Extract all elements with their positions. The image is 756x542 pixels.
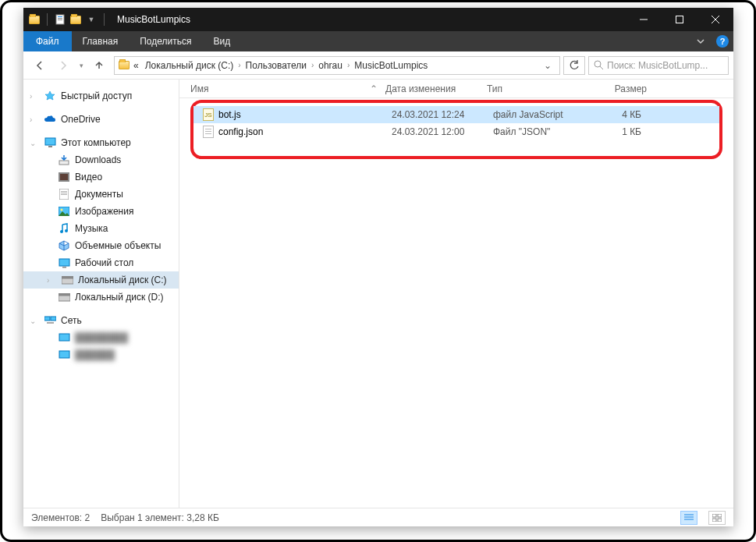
address-bar-row: ▾ « Локальный диск (C:) › Пользователи ›… — [23, 51, 733, 80]
nav-desktop[interactable]: Рабочий стол — [23, 254, 179, 271]
svg-rect-2 — [58, 18, 62, 19]
file-row[interactable]: JS bot.js 24.03.2021 12:24 файл JavaScri… — [193, 106, 719, 123]
columns-header: Имя⌃ Дата изменения Тип Размер — [179, 80, 733, 98]
qat-newfolder-icon[interactable] — [69, 13, 82, 26]
breadcrumb-item[interactable]: Пользователи — [243, 60, 310, 71]
svg-rect-31 — [59, 334, 69, 341]
column-type[interactable]: Тип — [487, 83, 580, 94]
view-details-button[interactable] — [680, 511, 697, 525]
folder-icon — [118, 59, 130, 72]
chevron-down-icon[interactable]: ⌄ — [30, 139, 39, 147]
file-tab[interactable]: Файл — [23, 31, 72, 51]
nav-pictures[interactable]: Изображения — [23, 203, 179, 220]
address-dropdown-icon[interactable]: ⌄ — [539, 60, 556, 71]
file-row[interactable]: config.json 24.03.2021 12:00 Файл "JSON"… — [193, 123, 719, 140]
svg-point-21 — [65, 229, 68, 232]
pc-icon — [58, 331, 70, 344]
titlebar: ▼ MusicBotLumpics — [23, 8, 733, 31]
nav-music[interactable]: Музыка — [23, 220, 179, 237]
pictures-icon — [58, 205, 70, 218]
svg-rect-38 — [712, 519, 716, 522]
view-tab[interactable]: Вид — [202, 31, 241, 51]
cube-icon — [58, 239, 70, 252]
ribbon-expand-icon[interactable] — [690, 31, 712, 51]
nav-network[interactable]: ⌄ Сеть — [23, 312, 179, 329]
chevron-right-icon[interactable]: › — [47, 276, 56, 285]
svg-rect-24 — [62, 278, 73, 284]
chevron-right-icon[interactable]: › — [30, 115, 39, 124]
svg-rect-14 — [60, 174, 68, 180]
chevron-right-icon[interactable]: › — [310, 61, 315, 69]
nav-quick-access[interactable]: › Быстрый доступ — [23, 87, 179, 105]
qat-dropdown-icon[interactable]: ▼ — [85, 13, 98, 26]
js-file-icon: JS — [201, 108, 215, 122]
column-name[interactable]: Имя⌃ — [190, 83, 385, 94]
star-icon — [44, 90, 56, 102]
svg-rect-28 — [44, 317, 50, 321]
chevron-right-icon[interactable]: › — [30, 92, 39, 101]
search-input[interactable]: Поиск: MusicBotLump... — [588, 56, 729, 75]
chevron-right-icon[interactable]: › — [236, 61, 242, 69]
file-type: файл JavaScript — [493, 109, 587, 120]
home-tab[interactable]: Главная — [72, 31, 130, 51]
file-date: 24.03.2021 12:00 — [392, 126, 493, 137]
breadcrumb-item[interactable]: ohrau — [315, 60, 346, 71]
svg-point-8 — [595, 61, 601, 67]
back-button[interactable] — [28, 54, 51, 77]
svg-rect-1 — [58, 16, 62, 17]
nav-this-pc[interactable]: ⌄ Этот компьютер — [23, 134, 179, 151]
column-size[interactable]: Размер — [580, 83, 647, 94]
address-bar[interactable]: « Локальный диск (C:) › Пользователи › o… — [114, 56, 560, 75]
nav-videos[interactable]: Видео — [23, 168, 179, 186]
separator — [47, 13, 48, 26]
desktop-icon — [58, 257, 70, 269]
help-button[interactable]: ? — [712, 31, 733, 51]
chevron-right-icon[interactable]: › — [346, 61, 351, 69]
nav-3d-objects[interactable]: Объемные объекты — [23, 237, 179, 254]
svg-rect-37 — [718, 514, 722, 517]
up-button[interactable] — [87, 54, 111, 77]
minimize-button[interactable] — [626, 8, 662, 31]
file-type: Файл "JSON" — [493, 126, 587, 137]
svg-rect-3 — [58, 19, 62, 20]
downloads-icon — [58, 154, 70, 166]
forward-button[interactable] — [51, 54, 75, 77]
cloud-icon — [44, 113, 56, 126]
qat-properties-icon[interactable] — [54, 13, 66, 26]
breadcrumb-item[interactable]: MusicBotLumpics — [351, 60, 431, 71]
file-name: bot.js — [218, 109, 392, 120]
network-icon — [44, 314, 56, 327]
separator — [104, 13, 105, 26]
file-name: config.json — [218, 126, 392, 137]
nav-documents[interactable]: Документы — [23, 186, 179, 203]
nav-drive-c[interactable]: ›Локальный диск (C:) — [23, 271, 179, 289]
share-tab[interactable]: Поделиться — [129, 31, 202, 51]
status-selection: Выбран 1 элемент: 3,28 КБ — [101, 512, 219, 523]
view-thumbnails-button[interactable] — [708, 511, 726, 525]
svg-line-9 — [600, 66, 603, 69]
documents-icon — [58, 188, 70, 200]
svg-rect-23 — [62, 267, 66, 268]
nav-network-pc[interactable]: ██████ — [23, 346, 179, 363]
svg-rect-36 — [712, 514, 716, 517]
nav-network-pc[interactable]: ████████ — [23, 329, 179, 346]
file-date: 24.03.2021 12:24 — [392, 109, 493, 120]
sort-up-icon: ⌃ — [370, 83, 378, 94]
maximize-button[interactable] — [662, 8, 697, 31]
svg-rect-26 — [59, 296, 70, 301]
file-size: 1 КБ — [587, 126, 641, 137]
chevron-down-icon[interactable]: ⌄ — [30, 317, 39, 325]
column-date[interactable]: Дата изменения — [385, 83, 487, 94]
close-button[interactable] — [697, 8, 733, 31]
recent-dropdown-icon[interactable]: ▾ — [75, 54, 87, 77]
nav-onedrive[interactable]: › OneDrive — [23, 111, 179, 128]
window-title: MusicBotLumpics — [117, 14, 190, 25]
annotation-highlight: JS bot.js 24.03.2021 12:24 файл JavaScri… — [190, 100, 722, 159]
breadcrumb-item[interactable]: Локальный диск (C:) — [142, 60, 237, 71]
nav-downloads[interactable]: Downloads — [23, 151, 179, 168]
refresh-button[interactable] — [563, 56, 585, 75]
folder-icon — [28, 13, 41, 26]
search-icon — [594, 60, 604, 70]
file-list: Имя⌃ Дата изменения Тип Размер JS bot.js… — [179, 80, 733, 508]
nav-drive-d[interactable]: Локальный диск (D:) — [23, 289, 179, 306]
